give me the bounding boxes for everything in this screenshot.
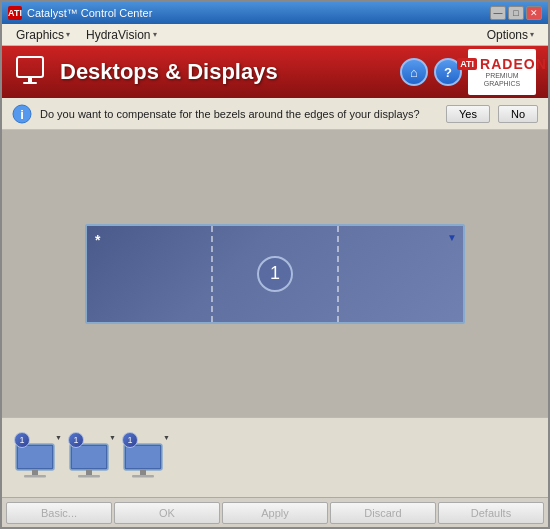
- svg-text:i: i: [20, 107, 24, 122]
- graphics-arrow-icon: ▾: [66, 30, 70, 39]
- basic-button[interactable]: Basic...: [6, 502, 112, 524]
- monitor-svg-3: [122, 442, 168, 483]
- monitor-badge-2: 1: [68, 432, 84, 448]
- header-right: ⌂ ? ATI RADEON PREMIUM GRAPHICS: [400, 49, 536, 95]
- options-menu[interactable]: Options ▾: [481, 26, 540, 44]
- monitor-svg-1: [14, 442, 60, 483]
- monitor-item-3[interactable]: 1 ▼: [122, 432, 168, 483]
- svg-rect-1: [28, 77, 32, 82]
- hydravision-arrow-icon: ▾: [153, 30, 157, 39]
- title-bar-left: ATI Catalyst™ Control Center: [8, 6, 152, 20]
- dashed-divider-left: [211, 226, 213, 322]
- main-window: ATI Catalyst™ Control Center — □ ✕ Graph…: [0, 0, 550, 529]
- title-bar: ATI Catalyst™ Control Center — □ ✕: [2, 2, 548, 24]
- ati-brand: RADEON: [480, 56, 547, 72]
- graphics-menu[interactable]: Graphics ▾: [10, 26, 76, 44]
- ati-badge: ATI: [457, 58, 477, 70]
- svg-rect-10: [72, 446, 106, 468]
- menu-left: Graphics ▾ HydraVision ▾: [10, 26, 163, 44]
- discard-button[interactable]: Discard: [330, 502, 436, 524]
- display-area[interactable]: * ▼ 1: [85, 224, 465, 324]
- main-content: * ▼ 1: [2, 130, 548, 417]
- star-indicator: *: [95, 232, 100, 248]
- dropdown-arrow-icon[interactable]: ▼: [447, 232, 457, 243]
- defaults-button[interactable]: Defaults: [438, 502, 544, 524]
- page-title: Desktops & Displays: [60, 59, 278, 85]
- monitor-item-1[interactable]: 1 ▼: [14, 432, 60, 483]
- monitor-badge-arrow-3: ▼: [163, 434, 170, 441]
- dashed-divider-right: [337, 226, 339, 322]
- app-icon: ATI: [8, 6, 22, 20]
- header-left: Desktops & Displays: [14, 54, 278, 90]
- ati-subtitle: PREMIUM GRAPHICS: [484, 72, 521, 89]
- svg-rect-7: [32, 470, 38, 475]
- monitor-icon: [14, 54, 50, 90]
- monitor-svg-2: [68, 442, 114, 483]
- svg-rect-12: [78, 475, 100, 478]
- notification-text: Do you want to compensate for the bezels…: [40, 108, 438, 120]
- options-arrow-icon: ▾: [530, 30, 534, 39]
- monitor-strip: 1 ▼ 1 ▼: [2, 417, 548, 497]
- hydravision-menu[interactable]: HydraVision ▾: [80, 26, 162, 44]
- svg-rect-15: [140, 470, 146, 475]
- button-bar: Basic... OK Apply Discard Defaults: [2, 497, 548, 527]
- menu-bar: Graphics ▾ HydraVision ▾ Options ▾: [2, 24, 548, 46]
- monitor-badge-3: 1: [122, 432, 138, 448]
- svg-rect-2: [23, 82, 37, 84]
- window-controls: — □ ✕: [490, 6, 542, 20]
- monitor-badge-1: 1: [14, 432, 30, 448]
- svg-rect-11: [86, 470, 92, 475]
- ok-button[interactable]: OK: [114, 502, 220, 524]
- info-icon: i: [12, 104, 32, 124]
- no-button[interactable]: No: [498, 105, 538, 123]
- display-number: 1: [257, 256, 293, 292]
- monitor-badge-arrow-2: ▼: [109, 434, 116, 441]
- close-button[interactable]: ✕: [526, 6, 542, 20]
- ati-logo: ATI RADEON PREMIUM GRAPHICS: [468, 49, 536, 95]
- minimize-button[interactable]: —: [490, 6, 506, 20]
- maximize-button[interactable]: □: [508, 6, 524, 20]
- apply-button[interactable]: Apply: [222, 502, 328, 524]
- window-title: Catalyst™ Control Center: [27, 7, 152, 19]
- svg-rect-6: [18, 446, 52, 468]
- svg-rect-8: [24, 475, 46, 478]
- svg-rect-16: [132, 475, 154, 478]
- home-button[interactable]: ⌂: [400, 58, 428, 86]
- page-header: Desktops & Displays ⌂ ? ATI RADEON PREMI…: [2, 46, 548, 98]
- monitor-item-2[interactable]: 1 ▼: [68, 432, 114, 483]
- menu-right: Options ▾: [481, 26, 540, 44]
- yes-button[interactable]: Yes: [446, 105, 490, 123]
- svg-rect-0: [17, 57, 43, 77]
- svg-rect-14: [126, 446, 160, 468]
- notification-bar: i Do you want to compensate for the beze…: [2, 98, 548, 130]
- monitor-badge-arrow-1: ▼: [55, 434, 62, 441]
